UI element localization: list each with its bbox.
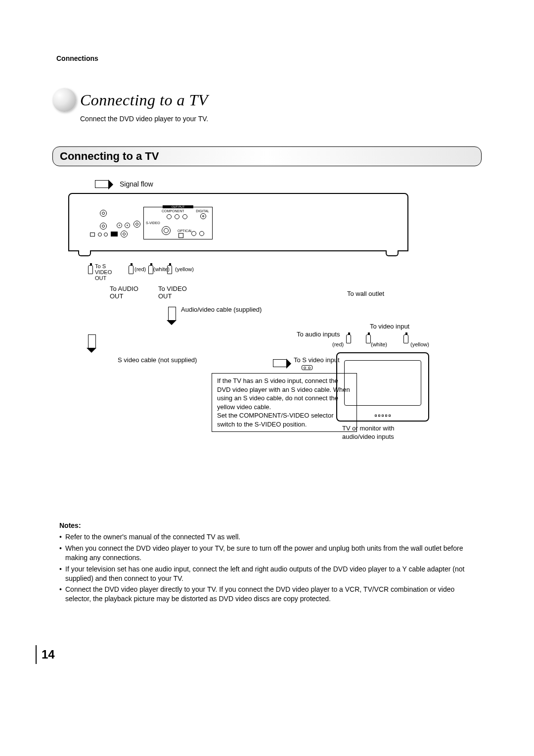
notes-list: Refer to the owner's manual of the conne…: [59, 532, 475, 604]
arrow-icon: [95, 180, 109, 188]
jack-icon: [125, 223, 130, 228]
page-number-block: 14: [36, 645, 55, 664]
arrow-icon: [273, 359, 287, 367]
page-number: 14: [42, 648, 55, 662]
rca-plug-icon: [129, 265, 134, 274]
note-item: Connect the DVD video player directly to…: [59, 585, 475, 604]
jack-icon: [117, 223, 122, 228]
white-label-2: (white): [371, 341, 387, 347]
svideo-cable-label: S video cable (not supplied): [118, 356, 197, 364]
page-title: Connecting to a TV: [80, 91, 208, 109]
jack-icon: [100, 210, 107, 217]
dot-icon: [98, 233, 102, 236]
svideo-jack-icon: [162, 226, 171, 235]
notes-section: Notes: Refer to the owner's manual of th…: [59, 521, 475, 604]
output-panel: OUT PUT COMPONENT DIGITAL S-VIDEO OPTICA…: [143, 207, 213, 239]
tv-screen-icon: [344, 360, 421, 406]
note-item: If your television set has one audio inp…: [59, 565, 475, 583]
rca-plug-icon: [366, 334, 371, 343]
device-foot: [78, 250, 91, 256]
white-label: (white): [153, 266, 170, 272]
switch-icon: [111, 232, 118, 236]
jack-icon: [182, 214, 187, 219]
tv-icon: [336, 352, 429, 422]
title-row: Connecting to a TV: [52, 88, 498, 112]
audio-out-label: To AUDIO OUT: [110, 285, 138, 300]
video-out-label: To VIDEO OUT: [158, 285, 187, 300]
jack-icon: [199, 231, 204, 236]
jack-icon: [100, 223, 107, 230]
component-label: COMPONENT: [162, 209, 184, 213]
digital-label: DIGITAL: [196, 209, 209, 213]
signal-flow-legend: Signal flow: [95, 180, 494, 188]
sub-header: Connecting to a TV: [52, 146, 482, 166]
yellow-label: (yellow): [175, 266, 194, 272]
svideo-plug-icon: [302, 365, 312, 370]
section-tag: Connections: [56, 54, 498, 62]
arrow-icon: [88, 334, 96, 348]
divider-icon: [36, 645, 37, 664]
jack-icon: [167, 214, 172, 219]
rca-plug-icon: [148, 265, 153, 274]
tv-caption: TV or monitor with audio/video inputs: [342, 425, 394, 441]
wall-outlet-label: To wall outlet: [347, 290, 384, 297]
jack-icon: [134, 221, 140, 228]
optical-label: OPTICAL: [178, 229, 192, 233]
content-area: Connections Connecting to a TV Connect t…: [36, 46, 498, 604]
page: Connections Connecting to a TV Connect t…: [0, 0, 534, 756]
rca-plug-icon: [346, 334, 351, 343]
to-audio-inputs-label: To audio inputs: [297, 331, 340, 338]
svideo-note-box: If the TV has an S video input, connect …: [212, 373, 357, 432]
jack-icon: [200, 213, 206, 219]
yellow-label-2: (yellow): [410, 341, 429, 347]
jack-icon: [175, 214, 179, 219]
red-label: (red): [134, 266, 146, 272]
optical-jack-icon: [178, 233, 183, 238]
jack-icon: [191, 231, 196, 236]
sphere-icon: [52, 88, 76, 112]
device-foot: [386, 250, 399, 256]
signal-flow-label: Signal flow: [120, 180, 153, 188]
connection-diagram: Signal flow OUT PUT: [65, 180, 494, 442]
dot-icon: [104, 233, 108, 236]
svideo-label: S-VIDEO: [146, 221, 160, 225]
svideo-out-label: To S VIDEO OUT: [95, 263, 112, 281]
arrow-icon: [168, 307, 176, 321]
to-svideo-input-label: To S video input: [294, 356, 340, 364]
av-cable-label: Audio/video cable (supplied): [181, 306, 262, 313]
jack-icon: [121, 231, 128, 237]
page-subtitle: Connect the DVD video player to your TV.: [80, 115, 498, 123]
note-item: Refer to the owner's manual of the conne…: [59, 532, 475, 542]
note-item: When you connect the DVD video player to…: [59, 544, 475, 563]
svideo-plug-icon: [88, 265, 93, 274]
dvd-player-rear: OUT PUT COMPONENT DIGITAL S-VIDEO OPTICA…: [68, 193, 408, 251]
notes-title: Notes:: [59, 521, 475, 529]
rca-plug-icon: [403, 334, 408, 343]
red-label-2: (red): [332, 341, 344, 347]
to-video-input-label: To video input: [370, 323, 409, 330]
output-label: OUT PUT: [163, 205, 193, 208]
switch-icon: [90, 233, 95, 236]
